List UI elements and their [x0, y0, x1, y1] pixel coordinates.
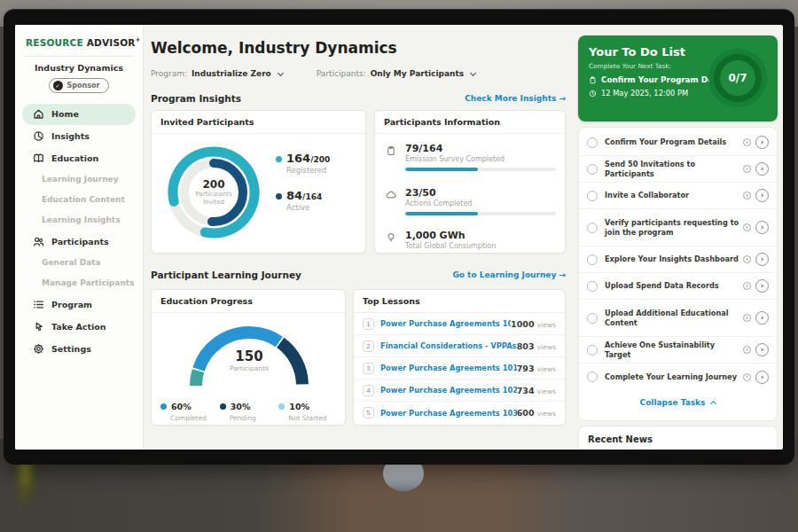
sidebar: RESOURCE ADVISOR+ Industry Dynamics ✓ Sp…	[15, 25, 144, 450]
lesson-link[interactable]: Power Purchase Agreements 102	[380, 386, 517, 395]
sidebar-item-program[interactable]: Program	[15, 293, 143, 316]
app-logo: RESOURCE ADVISOR+	[15, 25, 143, 48]
collapse-tasks-link[interactable]: Collapse Tasks	[579, 390, 777, 415]
invited-count: 200	[202, 178, 224, 191]
task-row[interactable]: Verify participants requesting to join t…	[579, 209, 777, 246]
task-checkbox[interactable]	[587, 313, 598, 324]
stat-actions-completed: 23/50 Actions Completed	[386, 187, 556, 215]
task-row[interactable]: Achieve One Sustainability Target ›	[579, 337, 777, 364]
task-go-button[interactable]: ›	[755, 136, 769, 149]
progress-bar	[405, 168, 556, 171]
task-go-button[interactable]: ›	[755, 371, 769, 384]
progress-bar	[405, 212, 556, 215]
legend-item-registered: 164/200 Registered	[276, 152, 330, 175]
task-go-button[interactable]: ›	[755, 253, 769, 266]
sidebar-item-general-data[interactable]: General Data	[15, 253, 143, 273]
program-insights-header: Program Insights Check More Insights →	[151, 93, 566, 104]
task-go-button[interactable]: ›	[755, 343, 769, 356]
task-row[interactable]: Send 50 Invitations to Participants ›	[579, 156, 777, 183]
book-icon	[33, 153, 44, 164]
task-checkbox[interactable]	[587, 137, 598, 148]
program-select[interactable]: Program: Industrialize Zero	[151, 69, 283, 78]
task-row[interactable]: Upload Spend Data Records ›	[579, 273, 777, 300]
lesson-views-suffix: views	[537, 343, 556, 351]
legend-dot	[276, 156, 282, 162]
task-go-button[interactable]: ›	[755, 279, 769, 293]
stat-label: Total Global Consumption	[405, 242, 556, 250]
task-label: Achieve One Sustainability Target	[605, 340, 739, 359]
task-checkbox[interactable]	[587, 372, 598, 382]
participants-icon	[33, 236, 44, 247]
task-checkbox[interactable]	[587, 281, 598, 292]
task-checkbox[interactable]	[587, 164, 598, 175]
task-checkbox[interactable]	[587, 254, 598, 265]
task-row[interactable]: Complete Your Learning Journey ›	[579, 364, 777, 390]
task-checkbox[interactable]	[587, 223, 598, 233]
lesson-views-count: 1000	[511, 319, 534, 329]
lesson-link[interactable]: Financial Considerations - VPPAs	[380, 341, 517, 350]
task-row[interactable]: Invite a Collaborator ›	[579, 183, 777, 209]
task-go-button[interactable]: ›	[755, 189, 769, 202]
legend-den: /200	[310, 155, 330, 164]
sidebar-item-label: Participants	[51, 237, 109, 246]
invited-donut-chart: 200 Participants Invited	[162, 141, 265, 244]
clock-icon	[743, 282, 751, 290]
participants-select[interactable]: Participants: Only My Participants	[317, 69, 475, 78]
legend-pct: 30%	[231, 402, 251, 411]
sidebar-item-learning-insights[interactable]: Learning Insights	[15, 210, 143, 231]
sidebar-item-settings[interactable]: Settings	[15, 338, 143, 360]
lesson-views-suffix: views	[537, 365, 556, 373]
task-go-button[interactable]: ›	[755, 311, 769, 325]
gear-icon	[33, 343, 44, 355]
lesson-row: 2 Financial Considerations - VPPAs 803 v…	[354, 335, 565, 357]
program-select-label: Program:	[151, 69, 187, 78]
task-go-button[interactable]: ›	[755, 221, 769, 234]
task-go-button[interactable]: ›	[755, 162, 769, 176]
lesson-row: 3 Power Purchase Agreements 101 793 view…	[354, 357, 565, 379]
invited-legend: 164/200 Registered 84/164 Active	[276, 152, 330, 226]
lesson-rank: 1	[363, 318, 374, 330]
sidebar-divider	[24, 56, 134, 57]
invited-caption: Invited	[203, 199, 224, 207]
lesson-link[interactable]: Power Purchase Agreements 103	[380, 409, 517, 418]
task-checkbox[interactable]	[587, 191, 598, 201]
sidebar-item-participants[interactable]: Participants	[15, 231, 143, 253]
page-title: Welcome, Industry Dynamics	[151, 39, 397, 57]
sidebar-item-home[interactable]: Home	[22, 104, 136, 125]
legend-label: Completed	[170, 414, 220, 422]
task-checkbox[interactable]	[587, 345, 598, 356]
lesson-link[interactable]: Power Purchase Agreements 101	[380, 364, 517, 372]
legend-dot	[276, 193, 282, 200]
sponsor-badge: ✓ Sponsor	[49, 78, 110, 93]
top-lessons-card: Top Lessons 1 Power Purchase Agreements …	[353, 289, 566, 426]
clock-icon	[743, 138, 751, 146]
clock-icon	[589, 90, 597, 98]
task-row[interactable]: Explore Your Insights Dashboard ›	[579, 246, 777, 273]
plant-blur	[16, 458, 39, 511]
education-legend: 60% Completed 30% Pending 10% Not Starte…	[160, 396, 338, 422]
sidebar-item-manage-participants[interactable]: Manage Participants	[15, 273, 143, 293]
sidebar-item-learning-journey[interactable]: Learning Journey	[15, 169, 143, 190]
sidebar-item-insights[interactable]: Insights	[15, 125, 143, 147]
task-row[interactable]: Upload Additional Educational Content ›	[579, 300, 777, 337]
sidebar-item-education-content[interactable]: Education Content	[15, 190, 143, 210]
sidebar-item-take-action[interactable]: Take Action	[15, 316, 143, 338]
stat-global-consumption: 1,000 GWh Total Global Consumption	[386, 230, 556, 250]
stat-value: 1,000 GWh	[405, 230, 556, 241]
task-label: Invite a Collaborator	[605, 191, 739, 200]
check-more-insights-link[interactable]: Check More Insights →	[465, 94, 566, 103]
section-title: Participant Learning Journey	[151, 270, 301, 280]
participants-select-value: Only My Participants	[371, 69, 464, 78]
lesson-link[interactable]: Power Purchase Agreements 101	[380, 319, 511, 328]
lesson-rank: 2	[363, 340, 374, 352]
lesson-views-count: 793	[517, 364, 535, 373]
stat-label: Emission Survey Completed	[405, 155, 556, 163]
clock-icon	[743, 373, 751, 381]
sidebar-item-label: Program	[51, 300, 92, 309]
task-row[interactable]: Confirm Your Program Details ›	[579, 129, 777, 156]
lesson-row: 1 Power Purchase Agreements 101 1000 vie…	[354, 313, 565, 335]
clipboard-icon	[589, 76, 597, 84]
go-to-learning-journey-link[interactable]: Go to Learning Journey →	[452, 270, 566, 279]
sidebar-item-education[interactable]: Education	[15, 147, 143, 169]
sidebar-item-label: Take Action	[51, 322, 106, 332]
